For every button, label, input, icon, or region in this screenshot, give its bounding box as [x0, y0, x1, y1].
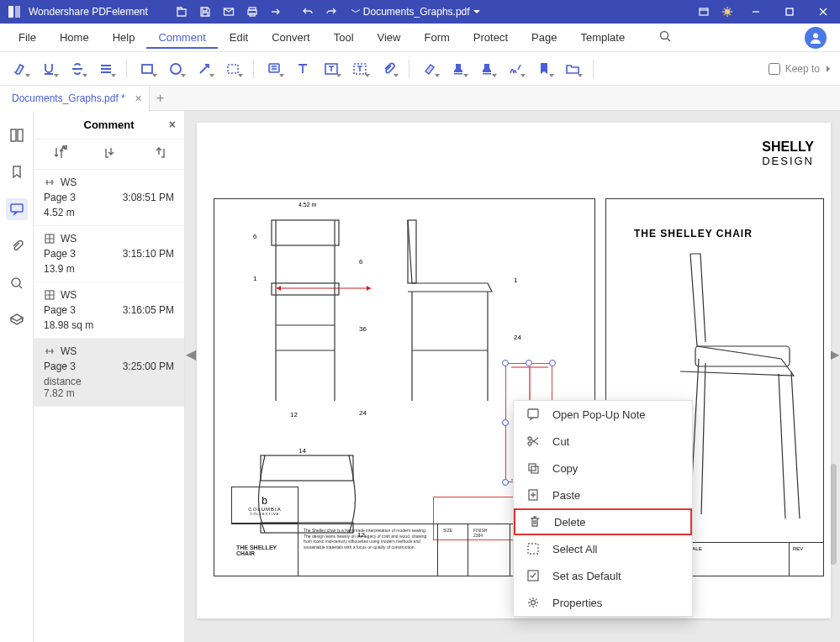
arrow-shape-icon[interactable]	[193, 57, 216, 81]
close-window-button[interactable]	[806, 0, 840, 24]
selectall-icon	[526, 541, 541, 556]
new-tab-button[interactable]: +	[150, 87, 172, 109]
brand-subtext: DESIGN	[762, 155, 814, 167]
doc-name: Documents_Graphs.pdf	[363, 6, 470, 18]
ctx-delete[interactable]: Delete	[514, 508, 692, 535]
svg-rect-13	[228, 65, 238, 73]
textbox-tool-icon[interactable]	[320, 57, 343, 81]
rect-shape-icon[interactable]	[135, 57, 159, 81]
menu-template[interactable]: Template	[568, 26, 637, 49]
save-icon[interactable]	[195, 2, 215, 22]
menu-view[interactable]: View	[366, 26, 413, 49]
thumbnails-icon[interactable]	[6, 124, 28, 146]
ctx-cut[interactable]: Cut	[514, 428, 692, 455]
window-icon[interactable]	[694, 2, 714, 22]
list-tool-icon[interactable]	[94, 57, 118, 81]
export-icon[interactable]	[153, 146, 166, 163]
theme-icon[interactable]	[717, 2, 737, 22]
bookmark-tool-icon[interactable]	[532, 57, 556, 81]
attachments-panel-icon[interactable]	[6, 235, 28, 257]
app-logo-icon	[5, 3, 24, 21]
close-tab-icon[interactable]: ×	[135, 92, 142, 104]
document-tab[interactable]: Documents_Graphs.pdf * ×	[0, 86, 150, 111]
text-tool-icon[interactable]	[291, 57, 314, 81]
comment-item[interactable]: WS Page 33:16:05 PM 18.98 sq m	[34, 282, 184, 339]
comment-item[interactable]: WS Page 33:08:51 PM 4.52 m	[34, 170, 184, 226]
comments-panel-icon[interactable]	[6, 198, 28, 220]
vertical-scrollbar[interactable]	[830, 464, 837, 565]
svg-rect-33	[408, 220, 416, 283]
app-title: Wondershare PDFelement	[29, 6, 148, 18]
svg-rect-17	[454, 73, 462, 75]
close-panel-icon[interactable]: ×	[169, 118, 176, 131]
menu-form[interactable]: Form	[413, 26, 462, 49]
menu-convert[interactable]: Convert	[260, 26, 322, 49]
ctx-paste[interactable]: Paste	[514, 482, 692, 508]
note-tool-icon[interactable]	[262, 57, 286, 81]
mail-icon[interactable]	[219, 2, 239, 22]
attach-tool-icon[interactable]	[377, 57, 400, 81]
svg-point-10	[813, 33, 818, 38]
svg-rect-1	[15, 6, 20, 18]
eraser-tool-icon[interactable]	[418, 57, 441, 81]
print-icon[interactable]	[242, 2, 262, 22]
check-icon	[526, 568, 541, 583]
keep-to-checkbox[interactable]: Keep to	[769, 63, 832, 75]
svg-rect-28	[272, 283, 339, 295]
svg-rect-46	[531, 466, 538, 473]
trash-icon	[527, 514, 542, 529]
menu-file[interactable]: File	[7, 26, 48, 49]
strikethrough-tool-icon[interactable]	[66, 57, 89, 81]
menu-page[interactable]: Page	[520, 26, 568, 49]
highlight-tool-icon[interactable]	[8, 57, 32, 81]
stamp2-tool-icon[interactable]	[475, 57, 499, 81]
search-panel-icon[interactable]	[6, 272, 28, 294]
ctx-properties[interactable]: Properties	[514, 589, 692, 616]
svg-rect-0	[8, 6, 13, 18]
menu-home[interactable]: Home	[48, 26, 101, 49]
stamp1-tool-icon[interactable]	[446, 57, 470, 81]
svg-point-44	[528, 442, 531, 445]
menu-help[interactable]: Help	[101, 26, 147, 49]
user-avatar-icon[interactable]	[805, 27, 827, 49]
circle-shape-icon[interactable]	[164, 57, 188, 81]
svg-point-7	[725, 9, 730, 14]
comment-item[interactable]: WS Page 33:25:00 PM distance 7.82 m	[34, 339, 184, 407]
bookmark-panel-icon[interactable]	[6, 161, 28, 183]
sort-icon[interactable]: AZ	[52, 145, 67, 164]
menu-edit[interactable]: Edit	[218, 26, 260, 49]
redo-icon[interactable]	[321, 2, 341, 22]
maximize-button[interactable]	[773, 0, 806, 24]
ctx-set-default[interactable]: Set as Default	[514, 562, 692, 589]
layers-panel-icon[interactable]	[6, 309, 28, 331]
svg-point-9	[661, 32, 668, 39]
menu-tool[interactable]: Tool	[322, 26, 366, 49]
import-icon[interactable]	[103, 146, 117, 163]
svg-rect-6	[700, 8, 708, 15]
svg-rect-14	[269, 64, 279, 72]
undo-icon[interactable]	[298, 2, 318, 22]
sidebar-title: Comment	[84, 118, 135, 131]
ctx-copy[interactable]: Copy	[514, 455, 692, 482]
svg-rect-34	[261, 455, 353, 481]
menu-protect[interactable]: Protect	[462, 26, 520, 49]
menu-search-icon[interactable]	[653, 24, 677, 50]
sign-tool-icon[interactable]	[504, 57, 527, 81]
svg-rect-42	[528, 409, 538, 418]
collapse-left-icon[interactable]: ◀	[186, 346, 196, 362]
keep-checkbox[interactable]	[769, 63, 780, 75]
menu-comment[interactable]: Comment	[146, 26, 217, 49]
open-icon[interactable]	[172, 2, 192, 22]
callout-tool-icon[interactable]	[348, 57, 372, 81]
ctx-select-all[interactable]: Select All	[514, 535, 692, 562]
ctx-open-popup[interactable]: Open Pop-Up Note	[514, 401, 692, 428]
svg-rect-21	[11, 204, 23, 212]
share-icon[interactable]	[266, 2, 286, 22]
dim-label: 4.52 m	[298, 202, 316, 208]
paste-icon	[526, 487, 541, 503]
underline-tool-icon[interactable]	[37, 57, 61, 81]
folder-tool-icon[interactable]	[561, 57, 584, 81]
crop-shape-icon[interactable]	[221, 57, 245, 81]
comment-item[interactable]: WS Page 33:15:10 PM 13.9 m	[34, 226, 184, 282]
minimize-button[interactable]	[739, 0, 773, 24]
